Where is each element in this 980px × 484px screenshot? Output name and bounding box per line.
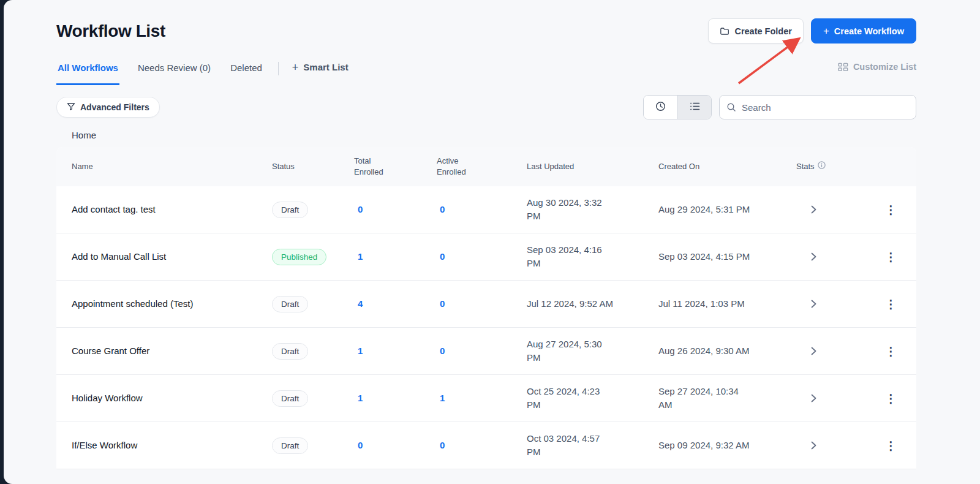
total-enrolled-link[interactable]: 0	[358, 440, 363, 450]
tab-all-workflows[interactable]: All Workflows	[56, 61, 119, 85]
workflow-list-page: Workflow List Create Folder + Create Wor…	[4, 0, 980, 484]
column-header-last-updated: Last Updated	[527, 161, 658, 172]
last-updated-value: Sep 03 2024, 4:16 PM	[527, 243, 616, 270]
list-icon	[690, 102, 700, 113]
topbar: Workflow List Create Folder + Create Wor…	[4, 0, 980, 43]
table-row: If/Else Workflow Draft 0 0 Oct 03 2024, …	[56, 422, 916, 469]
search-box	[719, 95, 916, 119]
created-on-value: Sep 27 2024, 10:34 AM	[658, 385, 752, 412]
status-badge: Draft	[272, 296, 308, 312]
active-enrolled-link[interactable]: 0	[440, 298, 445, 309]
plus-icon: +	[292, 62, 299, 73]
column-header-status: Status	[272, 161, 354, 172]
table-row: Course Grant Offer Draft 1 0 Aug 27 2024…	[56, 328, 916, 375]
table-row: Add to Manual Call List Published 1 0 Se…	[56, 233, 916, 281]
history-view-button[interactable]	[644, 96, 677, 119]
stats-chevron-button[interactable]	[809, 203, 819, 216]
stats-chevron-button[interactable]	[809, 344, 819, 358]
spacer	[349, 61, 838, 85]
created-on-value: Sep 09 2024, 9:32 AM	[658, 439, 749, 452]
breadcrumb[interactable]: Home	[56, 130, 96, 140]
tabs-divider	[278, 62, 279, 75]
last-updated-value: Aug 30 2024, 3:32 PM	[527, 196, 616, 223]
row-menu-button[interactable]: ⋮	[883, 249, 899, 265]
active-enrolled-link[interactable]: 0	[440, 346, 445, 356]
status-badge: Draft	[272, 437, 308, 454]
active-enrolled-link[interactable]: 0	[440, 204, 445, 214]
stats-chevron-button[interactable]	[809, 439, 819, 452]
search-input[interactable]	[719, 95, 916, 119]
info-icon[interactable]	[818, 161, 826, 172]
create-workflow-button[interactable]: + Create Workflow	[811, 18, 916, 43]
total-enrolled-link[interactable]: 1	[358, 251, 363, 262]
created-on-value: Aug 29 2024, 5:31 PM	[658, 203, 750, 216]
customize-list-button[interactable]: Customize List	[838, 61, 916, 85]
folder-icon	[720, 26, 729, 36]
total-enrolled-link[interactable]: 0	[358, 204, 363, 214]
column-header-stats: Stats	[796, 161, 873, 172]
workflow-name-link[interactable]: Appointment scheduled (Test)	[72, 298, 193, 309]
total-enrolled-link[interactable]: 1	[358, 346, 363, 356]
workflow-name-link[interactable]: Add to Manual Call List	[72, 251, 166, 262]
workflow-name-link[interactable]: Holiday Workflow	[72, 393, 143, 403]
table-row: Holiday Workflow Draft 1 1 Oct 25 2024, …	[56, 375, 916, 422]
total-enrolled-link[interactable]: 1	[358, 393, 363, 403]
list-controls	[643, 95, 916, 119]
filter-row: Advanced Filters	[4, 95, 980, 119]
workflow-name-link[interactable]: Course Grant Offer	[72, 346, 149, 356]
row-menu-button[interactable]: ⋮	[883, 437, 899, 454]
created-on-value: Sep 03 2024, 4:15 PM	[658, 250, 750, 263]
column-header-active-enrolled: Active Enrolled	[437, 156, 527, 177]
table-body: Add contact tag. test Draft 0 0 Aug 30 2…	[56, 186, 916, 469]
column-header-total-enrolled: Total Enrolled	[354, 156, 437, 177]
status-badge: Published	[272, 249, 326, 265]
active-enrolled-link[interactable]: 1	[440, 393, 445, 403]
active-enrolled-link[interactable]: 0	[440, 440, 445, 450]
clock-icon	[655, 101, 666, 113]
customize-list-label: Customize List	[853, 62, 916, 72]
stats-chevron-button[interactable]	[809, 297, 819, 311]
last-updated-value: Oct 03 2024, 4:57 PM	[527, 432, 616, 459]
last-updated-value: Oct 25 2024, 4:23 PM	[527, 385, 616, 412]
tab-deleted[interactable]: Deleted	[229, 61, 263, 85]
create-folder-label: Create Folder	[734, 26, 791, 36]
row-menu-button[interactable]: ⋮	[883, 390, 899, 407]
table-row: Add contact tag. test Draft 0 0 Aug 30 2…	[56, 186, 916, 233]
workflow-name-link[interactable]: If/Else Workflow	[72, 440, 137, 450]
topbar-actions: Create Folder + Create Workflow	[708, 18, 916, 43]
created-on-value: Aug 26 2024, 9:30 AM	[658, 344, 749, 358]
active-enrolled-link[interactable]: 0	[440, 251, 445, 262]
status-badge: Draft	[272, 390, 308, 407]
column-header-created-on: Created On	[658, 161, 796, 172]
list-view-button[interactable]	[677, 96, 711, 119]
row-menu-button[interactable]: ⋮	[883, 202, 899, 218]
stats-chevron-button[interactable]	[809, 250, 819, 263]
workflow-table: Name Status Total Enrolled Active Enroll…	[56, 147, 916, 469]
customize-list-icon	[838, 62, 848, 72]
row-menu-button[interactable]: ⋮	[883, 343, 899, 360]
tabs-row: All Workflows Needs Review (0) Deleted +…	[4, 61, 980, 85]
status-badge: Draft	[272, 343, 308, 360]
plus-icon: +	[823, 26, 829, 36]
table-row: Appointment scheduled (Test) Draft 4 0 J…	[56, 281, 916, 328]
column-header-name: Name	[56, 161, 272, 172]
advanced-filters-button[interactable]: Advanced Filters	[56, 97, 160, 118]
workflow-name-link[interactable]: Add contact tag. test	[72, 204, 156, 214]
table-header: Name Status Total Enrolled Active Enroll…	[56, 147, 916, 186]
page-title: Workflow List	[56, 21, 165, 41]
filter-funnel-icon	[67, 102, 75, 113]
created-on-value: Jul 11 2024, 1:03 PM	[658, 297, 745, 311]
status-badge: Draft	[272, 202, 308, 218]
total-enrolled-link[interactable]: 4	[358, 298, 363, 309]
tab-needs-review-0[interactable]: Needs Review (0)	[137, 61, 212, 85]
view-toggle	[643, 95, 712, 119]
last-updated-value: Jul 12 2024, 9:52 AM	[527, 297, 613, 311]
create-folder-button[interactable]: Create Folder	[708, 18, 803, 43]
last-updated-value: Aug 27 2024, 5:30 PM	[527, 338, 616, 365]
tabs: All Workflows Needs Review (0) Deleted	[56, 61, 263, 85]
stats-chevron-button[interactable]	[809, 391, 819, 405]
advanced-filters-label: Advanced Filters	[80, 102, 149, 112]
row-menu-button[interactable]: ⋮	[883, 296, 899, 312]
smart-list-label: Smart List	[303, 62, 348, 72]
add-smart-list-button[interactable]: + Smart List	[292, 61, 349, 85]
